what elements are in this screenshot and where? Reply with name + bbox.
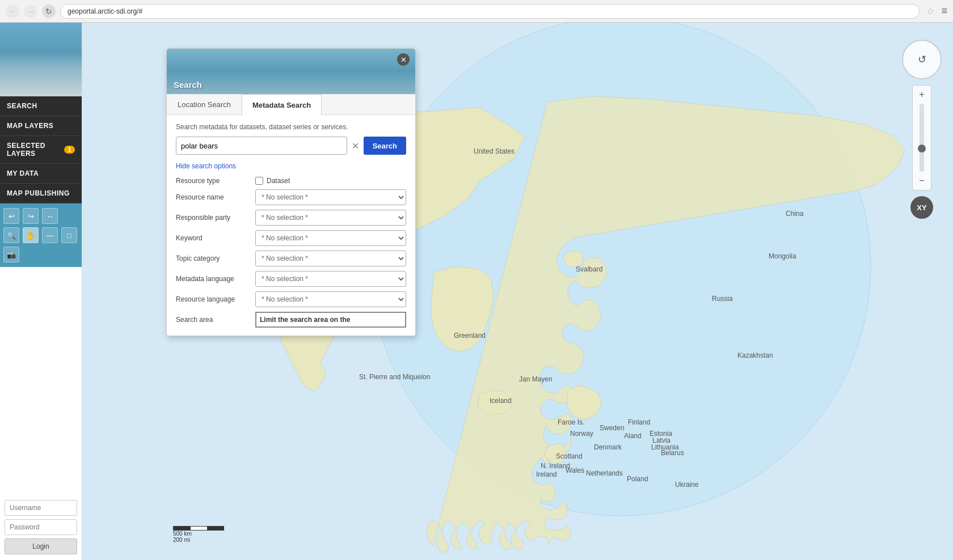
responsible-party-select[interactable]: * No selection * — [255, 210, 406, 226]
zoom-thumb[interactable] — [918, 145, 926, 152]
sidebar-maplayers-label: MAP LAYERS — [7, 122, 53, 130]
browser-chrome: ← → ↻ ☆ ≡ — [0, 0, 953, 23]
dataset-checkbox-row: Dataset — [255, 177, 290, 185]
sidebar-selectedlayers-label: SELECTED LAYERS — [7, 142, 64, 158]
resource-type-row: Resource type Dataset — [176, 177, 406, 185]
sidebar-mappublishing-label: MAP PUBLISHING — [7, 189, 70, 197]
search-area-button[interactable]: Limit the search area on the — [255, 312, 406, 328]
menu-icon[interactable]: ≡ — [941, 5, 947, 17]
bookmark-icon[interactable]: ☆ — [926, 6, 934, 16]
keyword-row: Keyword * No selection * — [176, 230, 406, 246]
tool-row-3: 📷 — [3, 247, 78, 262]
resource-language-label: Resource language — [176, 295, 250, 303]
search-close-button[interactable]: ✕ — [397, 53, 410, 66]
metadata-language-select[interactable]: * No selection * — [255, 271, 406, 287]
resource-language-row: Resource language * No selection * — [176, 291, 406, 307]
resource-language-select[interactable]: * No selection * — [255, 291, 406, 307]
dataset-label: Dataset — [267, 177, 290, 185]
undo-button[interactable]: ↩ — [3, 208, 19, 224]
sidebar-item-map-publishing[interactable]: MAP PUBLISHING — [0, 184, 82, 203]
password-input[interactable] — [5, 519, 77, 535]
topic-category-label: Topic category — [176, 254, 250, 262]
sidebar-header-image — [0, 23, 82, 96]
keyword-label: Keyword — [176, 234, 250, 242]
search-input-row: ✕ Search — [176, 137, 406, 155]
scale-line — [173, 526, 224, 531]
selected-layers-badge: 1 — [64, 146, 75, 154]
redo-button[interactable]: ↪ — [23, 208, 39, 224]
zoom-control: + − — [912, 85, 931, 190]
hand-tool-button[interactable]: ✋ — [23, 227, 39, 243]
refresh-button[interactable]: ↻ — [42, 5, 56, 18]
responsible-party-label: Responsible party — [176, 214, 250, 222]
search-tabs: Location Search Metadata Search — [167, 94, 415, 115]
login-button[interactable]: Login — [5, 538, 77, 554]
sidebar-search-label: SEARCH — [7, 102, 37, 110]
search-button[interactable]: Search — [364, 137, 406, 155]
measure-button[interactable]: — — [42, 227, 58, 243]
sidebar: SEARCH MAP LAYERS SELECTED LAYERS 1 MY D… — [0, 23, 82, 560]
sidebar-login: Login — [0, 494, 82, 560]
select-box-button[interactable]: □ — [61, 227, 77, 243]
username-input[interactable] — [5, 500, 77, 516]
zoom-in-button[interactable]: + — [915, 88, 929, 101]
topic-category-row: Topic category * No selection * — [176, 251, 406, 266]
search-body: Search metadata for datasets, dataset se… — [167, 115, 415, 336]
sidebar-nav: SEARCH MAP LAYERS SELECTED LAYERS 1 MY D… — [0, 96, 82, 203]
topic-category-select[interactable]: * No selection * — [255, 251, 406, 266]
tool-row-1: ↩ ↪ ↔ — [3, 208, 78, 224]
scale-label-km: 500 km — [173, 531, 224, 537]
search-description: Search metadata for datasets, dataset se… — [176, 123, 406, 131]
search-panel-header: Search ✕ — [167, 49, 415, 94]
hide-options-link[interactable]: Hide search options — [176, 162, 236, 170]
zoom-slider[interactable] — [920, 104, 924, 172]
responsible-party-row: Responsible party * No selection * — [176, 210, 406, 226]
search-clear-button[interactable]: ✕ — [351, 141, 360, 151]
scale-bar: 500 km 200 mi — [173, 526, 224, 543]
zoom-out-button[interactable]: − — [915, 174, 929, 188]
search-area-label: Search area — [176, 316, 250, 324]
map-nav-control[interactable]: ↺ — [902, 40, 942, 79]
forward-button[interactable]: → — [24, 5, 37, 18]
search-panel-title: Search — [174, 80, 202, 90]
sidebar-item-my-data[interactable]: MY DATA — [0, 164, 82, 184]
sidebar-tools: ↩ ↪ ↔ 🔍 ✋ — □ 📷 — [0, 203, 82, 267]
search-options: Resource type Dataset Resource name * No… — [176, 177, 406, 328]
sidebar-item-selected-layers[interactable]: SELECTED LAYERS 1 — [0, 136, 82, 164]
nav-arrow-icon: ↺ — [918, 53, 926, 66]
map-controls: ↺ + − XY — [902, 40, 942, 219]
tab-metadata-search[interactable]: Metadata Search — [242, 94, 322, 115]
resource-name-row: Resource name * No selection * — [176, 189, 406, 205]
sidebar-mydata-label: MY DATA — [7, 169, 39, 177]
resource-name-select[interactable]: * No selection * — [255, 189, 406, 205]
sidebar-header-bg — [0, 23, 82, 96]
scale-label-mi: 200 mi — [173, 537, 224, 543]
xy-button[interactable]: XY — [910, 196, 933, 219]
resource-name-label: Resource name — [176, 193, 250, 201]
pan-extent-button[interactable]: ↔ — [42, 208, 58, 224]
screenshot-button[interactable]: 📷 — [3, 247, 19, 262]
keyword-select[interactable]: * No selection * — [255, 230, 406, 246]
search-area-row: Search area Limit the search area on the — [176, 312, 406, 328]
dataset-checkbox[interactable] — [255, 177, 263, 185]
resource-type-label: Resource type — [176, 177, 250, 185]
map-area[interactable]: United States Canada Russia China Mongol… — [82, 23, 953, 560]
tool-row-2: 🔍 ✋ — □ — [3, 227, 78, 243]
address-bar[interactable] — [60, 4, 920, 19]
tab-location-search[interactable]: Location Search — [167, 94, 242, 114]
sidebar-item-map-layers[interactable]: MAP LAYERS — [0, 116, 82, 136]
search-panel: Search ✕ Location Search Metadata Search… — [166, 48, 416, 336]
back-button[interactable]: ← — [6, 5, 19, 18]
search-input[interactable] — [176, 137, 347, 155]
metadata-language-label: Metadata language — [176, 275, 250, 283]
sidebar-item-search[interactable]: SEARCH — [0, 96, 82, 116]
zoom-tool-button[interactable]: 🔍 — [3, 227, 19, 243]
main-layout: SEARCH MAP LAYERS SELECTED LAYERS 1 MY D… — [0, 23, 953, 560]
metadata-language-row: Metadata language * No selection * — [176, 271, 406, 287]
